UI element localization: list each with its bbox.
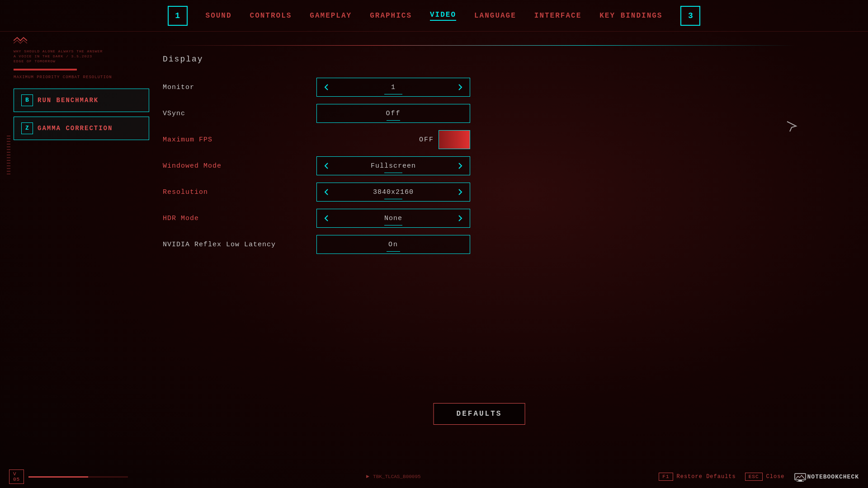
windowed-setting-row: Windowed Mode Fullscreen	[163, 156, 796, 176]
content-divider	[163, 45, 796, 46]
top-navigation: 1 SOUND CONTROLS GAMEPLAY GRAPHICS VIDEO…	[0, 0, 868, 32]
bottom-progress-bar	[28, 476, 128, 478]
maxfps-setting-row: Maximum FPS OFF	[163, 130, 796, 150]
nvidia-control: On	[316, 235, 470, 254]
vsync-toggle[interactable]: Off	[316, 104, 470, 123]
nvidia-toggle[interactable]: On	[316, 235, 470, 254]
nav-bracket-left: 1	[168, 6, 188, 26]
section-title: Display	[163, 55, 796, 64]
hdr-underline	[384, 225, 402, 225]
logo-icon	[14, 36, 158, 45]
settings-list: Monitor 1 VSync Off	[163, 77, 796, 254]
nvidia-setting-row: NVIDIA Reflex Low Latency On	[163, 235, 796, 254]
monitor-arrow-left[interactable]	[317, 78, 337, 96]
red-bar-divider	[14, 69, 77, 70]
vsync-control: Off	[316, 104, 470, 123]
hdr-setting-row: HDR Mode None	[163, 208, 796, 228]
windowed-arrow-left[interactable]	[317, 157, 337, 175]
f1-badge[interactable]: F1	[659, 473, 673, 481]
watermark: NOTEBOOKCHECK	[794, 472, 859, 482]
benchmark-key: B	[21, 94, 33, 106]
restore-defaults-hint: F1 Restore Defaults	[659, 473, 736, 481]
vsync-setting-row: VSync Off	[163, 103, 796, 123]
nav-item-graphics[interactable]: GRAPHICS	[370, 12, 412, 20]
svg-rect-2	[797, 481, 804, 482]
nav-item-controls[interactable]: CONTROLS	[250, 12, 292, 20]
nav-item-language[interactable]: LANGUAGE	[474, 12, 516, 20]
fps-control: OFF	[316, 130, 470, 149]
resolution-value: 3840x2160	[337, 188, 450, 196]
gamma-correction-button[interactable]: Z GAMMA CORRECTION	[14, 117, 149, 140]
bottom-center-text: ► TBK_TLCAS_B00095	[366, 474, 421, 480]
logo-text: WHY SHOULD ALONE ALWAYS THE ANSWER A VOI…	[14, 49, 158, 64]
cursor	[785, 120, 798, 136]
maxfps-control: OFF	[316, 130, 470, 149]
windowed-value: Fullscreen	[337, 162, 450, 170]
monitor-selector[interactable]: 1	[316, 78, 470, 97]
gamma-key: Z	[21, 122, 33, 134]
resolution-setting-row: Resolution 3840x2160	[163, 182, 796, 202]
bottom-code-text: TBK_TLCAS_B00095	[373, 474, 421, 479]
windowed-control: Fullscreen	[316, 156, 470, 175]
nav-item-gameplay[interactable]: GAMEPLAY	[310, 12, 352, 20]
resolution-selector[interactable]: 3840x2160	[316, 183, 470, 202]
left-decorative-lines	[7, 136, 10, 316]
hdr-label: HDR Mode	[163, 215, 316, 222]
vsync-underline	[387, 120, 400, 121]
nvidia-underline	[387, 251, 400, 252]
hdr-arrow-right[interactable]	[450, 209, 470, 227]
bottom-bar: V05 ► TBK_TLCAS_B00095 F1 Restore Defaul…	[0, 465, 868, 488]
resolution-underline	[384, 199, 402, 199]
resolution-arrow-left[interactable]	[317, 183, 337, 201]
gamma-label: GAMMA CORRECTION	[38, 125, 113, 132]
nav-item-video[interactable]: VIDEO	[430, 11, 456, 21]
esc-badge[interactable]: ESC	[745, 473, 763, 481]
resolution-label: Resolution	[163, 188, 316, 196]
defaults-button[interactable]: DEFAULTS	[434, 403, 525, 425]
close-label: Close	[766, 474, 785, 480]
nav-bracket-right: 3	[680, 6, 700, 26]
left-panel: WHY SHOULD ALONE ALWAYS THE ANSWER A VOI…	[14, 36, 158, 145]
hdr-arrow-left[interactable]	[317, 209, 337, 227]
bottom-right: F1 Restore Defaults ESC Close NOTEBOOKCH…	[659, 472, 859, 482]
hdr-value: None	[337, 215, 450, 222]
hdr-selector[interactable]: None	[316, 209, 470, 228]
nvidia-label: NVIDIA Reflex Low Latency	[163, 241, 316, 249]
nav-item-sound[interactable]: SOUND	[206, 12, 232, 20]
hdr-control: None	[316, 209, 470, 228]
vsync-label: VSync	[163, 110, 316, 117]
monitor-underline	[384, 94, 402, 94]
vsync-value: Off	[386, 110, 401, 117]
monitor-setting-row: Monitor 1	[163, 77, 796, 97]
nav-item-interface[interactable]: INTERFACE	[534, 12, 581, 20]
watermark-text: NOTEBOOKCHECK	[807, 474, 859, 480]
resolution-control: 3840x2160	[316, 183, 470, 202]
bottom-progress-fill	[28, 476, 88, 478]
monitor-arrow-right[interactable]	[450, 78, 470, 96]
fps-off-label: OFF	[419, 136, 434, 144]
benchmark-label: RUN BENCHMARK	[38, 97, 99, 104]
windowed-underline	[384, 173, 402, 173]
main-content: Display Monitor 1 VSync	[163, 45, 796, 443]
monitor-control: 1	[316, 78, 470, 97]
nav-item-keybindings[interactable]: KEY BINDINGS	[599, 12, 662, 20]
resolution-arrow-right[interactable]	[450, 183, 470, 201]
fps-color-swatch[interactable]	[439, 130, 470, 149]
logo-area: WHY SHOULD ALONE ALWAYS THE ANSWER A VOI…	[14, 36, 158, 80]
windowed-arrow-right[interactable]	[450, 157, 470, 175]
run-benchmark-button[interactable]: B RUN BENCHMARK	[14, 89, 149, 112]
bottom-left: V05	[9, 469, 128, 484]
maxfps-label: Maximum FPS	[163, 136, 316, 144]
svg-rect-1	[798, 480, 802, 481]
close-hint: ESC Close	[745, 473, 785, 481]
windowed-selector[interactable]: Fullscreen	[316, 156, 470, 175]
windowed-label: Windowed Mode	[163, 162, 316, 170]
monitor-label: Monitor	[163, 84, 316, 91]
monitor-value: 1	[337, 84, 450, 91]
restore-defaults-label: Restore Defaults	[677, 474, 736, 480]
nvidia-value: On	[388, 241, 398, 249]
version-badge: V05	[9, 469, 24, 484]
sub-logo-text: MAXIMUM PRIORITY COMBAT RESOLUTION	[14, 75, 158, 80]
